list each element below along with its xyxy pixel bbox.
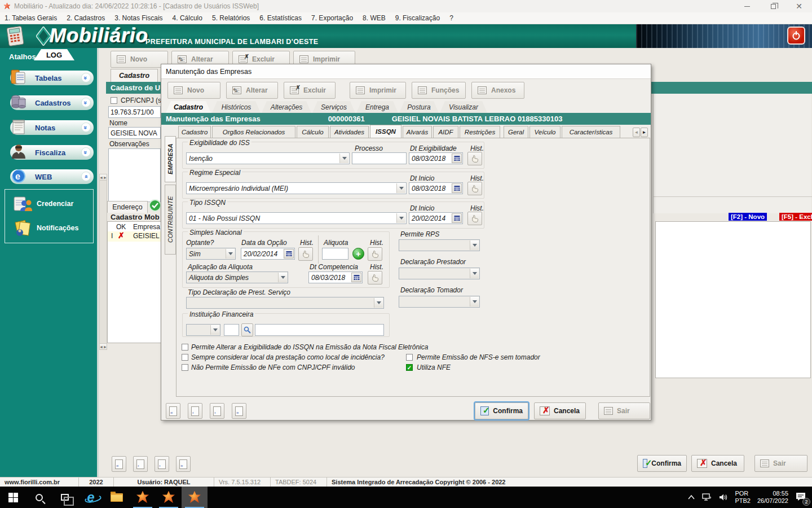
processo-input[interactable] xyxy=(352,152,407,164)
calendar-icon[interactable] xyxy=(452,154,462,163)
tipo-issqn-select[interactable]: 01 - Não Possui ISSQN xyxy=(186,212,407,224)
taskbar-clock[interactable]: 08:5526/07/2022 xyxy=(757,490,788,505)
dialog-novo-button[interactable]: Novo xyxy=(167,82,220,99)
dt-exigibilidade-input[interactable]: 08/03/2018 xyxy=(409,152,463,164)
mdi-cancela-button[interactable]: Cancela xyxy=(691,455,744,472)
chevron-double-down-icon[interactable]: » xyxy=(81,122,91,132)
start-button[interactable] xyxy=(0,487,26,508)
tab-alteracoes[interactable]: Alterações xyxy=(262,101,311,113)
taskbar-app-1[interactable] xyxy=(130,487,156,508)
network-icon[interactable] xyxy=(702,493,712,501)
itab-geral[interactable]: Geral xyxy=(504,126,528,138)
calendar-icon[interactable] xyxy=(452,213,462,223)
chevron-down-icon[interactable] xyxy=(470,269,479,278)
chk-utiliza-nfe[interactable] xyxy=(406,364,413,371)
inst-fin-code-input[interactable] xyxy=(224,324,239,336)
sidebar-item-fiscaliza[interactable]: Fiscaliza » xyxy=(10,145,94,160)
chevron-double-up-icon[interactable]: » xyxy=(81,172,91,181)
sidebar-item-notificacoes[interactable]: Notificações xyxy=(13,219,78,237)
inst-fin-name-input[interactable] xyxy=(255,324,384,336)
calendar-icon[interactable] xyxy=(351,273,361,282)
permite-rps-select[interactable] xyxy=(399,239,480,251)
chevron-down-icon[interactable] xyxy=(339,154,348,163)
regime-dt-input[interactable]: 08/03/2018 xyxy=(409,182,463,194)
nome-input[interactable]: GEISIEL NOVA xyxy=(108,127,161,139)
calendar-icon[interactable] xyxy=(284,249,294,259)
optante-select[interactable]: Sim xyxy=(186,248,236,260)
tab-historicos[interactable]: Históricos xyxy=(212,101,261,113)
itab-atividades[interactable]: Atividades xyxy=(330,126,369,138)
chevron-down-icon[interactable] xyxy=(396,183,405,193)
chevron-down-icon[interactable] xyxy=(210,325,219,335)
decl-tomador-select[interactable] xyxy=(399,296,480,308)
menu-fiscalizacao[interactable]: 9. Fiscalização xyxy=(395,14,440,22)
dt-competencia-input[interactable]: 08/03/2018 xyxy=(308,271,363,283)
menu-estatisticas[interactable]: 6. Estatísticas xyxy=(259,14,302,22)
sidebar-item-web[interactable]: e WEB » xyxy=(10,169,94,184)
close-button[interactable]: ✕ xyxy=(786,0,812,12)
tab-servicos[interactable]: Serviços xyxy=(312,101,355,113)
dialog-sair-button[interactable]: Sair xyxy=(598,402,650,419)
aliquota-input[interactable] xyxy=(322,248,348,260)
dialog-excluir-button[interactable]: ✗Excluir xyxy=(284,82,336,99)
tray-chevron-up-icon[interactable] xyxy=(687,494,695,500)
itab-veiculo[interactable]: Veículo xyxy=(529,126,561,138)
dlg-nav-first-button[interactable]: « xyxy=(166,403,180,419)
chk-permite-nfse-sem-tomador[interactable] xyxy=(406,354,413,361)
inst-fin-select[interactable] xyxy=(186,324,220,336)
data-opcao-input[interactable]: 20/02/2014 xyxy=(241,248,295,260)
hist-aliquota-button[interactable] xyxy=(368,247,382,261)
itab-aidf[interactable]: AIDF xyxy=(433,126,458,138)
restore-button[interactable] xyxy=(760,0,786,12)
dialog-imprimir-button[interactable]: Imprimir xyxy=(350,82,406,99)
taskbar-ie[interactable]: e xyxy=(78,487,104,508)
chk-sempre-considerar-local[interactable] xyxy=(182,354,188,361)
taskbar-search-button[interactable] xyxy=(26,487,52,508)
itab-caracteristicas[interactable]: Características xyxy=(562,126,620,138)
task-view-button[interactable] xyxy=(52,487,78,508)
itab-issqn[interactable]: ISSQN xyxy=(370,125,401,138)
chk-permite-alterar-exigibilidade[interactable] xyxy=(182,344,188,351)
mdi-confirma-button[interactable]: Confirma xyxy=(637,455,687,472)
tipo-issqn-dt-input[interactable]: 20/02/2014 xyxy=(409,212,463,224)
tab-entrega[interactable]: Entrega xyxy=(356,101,398,113)
aplicacao-select[interactable]: Aliquota do Simples xyxy=(186,271,288,283)
mdi-tab-cadastro[interactable]: Cadastro xyxy=(111,69,158,82)
dialog-confirma-button[interactable]: Confirma xyxy=(475,402,528,419)
itab-calculo[interactable]: Cálculo xyxy=(297,126,329,138)
dlg-nav-next-button[interactable]: › xyxy=(210,403,224,419)
chevron-double-down-icon[interactable]: » xyxy=(81,73,91,82)
chevron-down-icon[interactable] xyxy=(226,249,235,259)
chk-nao-permite-nfe-cnpj-invalido[interactable] xyxy=(182,364,188,371)
menu-relatorios[interactable]: 5. Relatórios xyxy=(212,14,250,22)
hist-data-opcao-button[interactable] xyxy=(298,247,313,261)
itab-restricoes[interactable]: Restrições xyxy=(460,126,500,138)
itab-alvaras[interactable]: Alvarás xyxy=(403,126,432,138)
menu-help[interactable]: ? xyxy=(449,14,453,22)
nav-prev-button[interactable]: ‹ xyxy=(133,456,148,472)
menu-tabelas-gerais[interactable]: 1. Tabelas Gerais xyxy=(5,14,57,22)
scroll-down-icon[interactable]: ◄► xyxy=(100,343,107,349)
nav-next-button[interactable]: › xyxy=(155,456,169,472)
menu-calculo[interactable]: 4. Cálculo xyxy=(173,14,202,22)
dialog-alterar-button[interactable]: ✎Alterar xyxy=(226,82,278,99)
nav-first-button[interactable]: « xyxy=(112,456,126,472)
endereco-tab[interactable]: Endereço xyxy=(107,201,148,213)
menu-web[interactable]: 8. WEB xyxy=(363,14,386,22)
exigibilidade-select[interactable]: Isenção xyxy=(186,152,350,164)
dialog-funcoes-button[interactable]: Funções xyxy=(412,82,466,99)
vertical-scrollbar[interactable]: ◄► ◄► xyxy=(99,174,107,350)
chevron-down-icon[interactable] xyxy=(278,273,287,282)
observacoes-textarea[interactable] xyxy=(108,148,161,202)
taskbar-app-3-active[interactable] xyxy=(182,487,208,508)
tab-visualizar[interactable]: Visualizar xyxy=(440,101,487,113)
mdi-sair-button[interactable]: Sair xyxy=(754,455,807,472)
chevron-down-icon[interactable] xyxy=(396,213,405,223)
menu-exportacao[interactable]: 7. Exportação xyxy=(311,14,353,22)
sidebar-log-tab[interactable]: LOG xyxy=(34,49,74,60)
vtab-empresa[interactable]: EMPRESA xyxy=(165,136,176,182)
sidebar-item-notas[interactable]: Notas » xyxy=(10,120,94,135)
vtab-contribuinte[interactable]: CONTRIBUINTE xyxy=(165,185,176,255)
itab-orgaos[interactable]: Orgãos Relacionados xyxy=(212,126,295,138)
power-button[interactable] xyxy=(787,27,805,45)
